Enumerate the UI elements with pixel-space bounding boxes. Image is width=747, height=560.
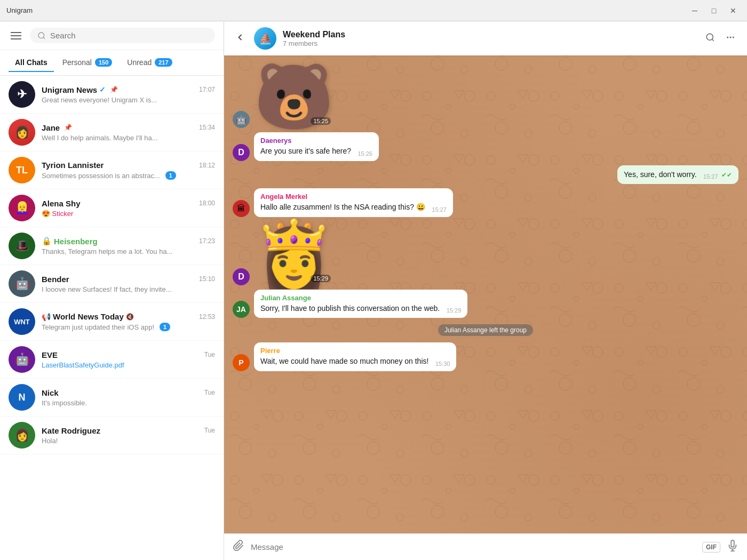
- svg-point-12: [733, 36, 734, 38]
- chat-name-label: World News Today: [53, 312, 124, 321]
- svg-point-0: [38, 33, 44, 38]
- svg-point-8: [706, 34, 713, 40]
- chat-item-heisenberg[interactable]: 🎩 🔒 Heisenberg 17:23 Thanks, Telegram he…: [0, 227, 224, 265]
- chat-name-label: Alena Shy: [42, 199, 81, 208]
- verified-icon: ✓: [99, 85, 106, 94]
- chat-item-jane[interactable]: 👩 Jane 📌 15:34 Well I do help animals. M…: [0, 114, 224, 151]
- chat-name-label: Tyrion Lannister: [42, 161, 104, 170]
- chat-avatar: ⛵: [254, 27, 276, 50]
- minimize-button[interactable]: ─: [687, 3, 702, 18]
- chat-item-alena[interactable]: 👱‍♀️ Alena Shy 18:00 😍 Sticker: [0, 189, 224, 227]
- chat-item-world-news[interactable]: WNT 📢 World News Today 🔇 12:53 Teleg: [0, 303, 224, 341]
- message-avatar: P: [233, 354, 250, 371]
- chat-name-label: Kate Rodriguez: [42, 426, 100, 435]
- message-text: Hallo alle zusammen! Is the NSA reading …: [260, 203, 425, 211]
- system-message-text: Julian Assange left the group: [438, 324, 533, 336]
- unread-badge: 1: [160, 323, 170, 331]
- gif-button[interactable]: GIF: [702, 542, 720, 553]
- search-input[interactable]: [50, 31, 208, 40]
- chat-item-kate[interactable]: 👩 Kate Rodriguez Tue Hola!: [0, 417, 224, 454]
- back-icon: [235, 32, 245, 43]
- lock-icon: 🔒: [42, 236, 52, 246]
- message-time: 15:29: [447, 307, 462, 314]
- message-time: 15:26: [357, 150, 372, 157]
- message-text: Yes, sure, don't worry.: [624, 170, 697, 179]
- message-row: P Pierre Wait, we could have made so muc…: [233, 342, 738, 371]
- tab-personal[interactable]: Personal 150: [56, 54, 119, 72]
- chat-name-label: Heisenberg: [54, 237, 98, 246]
- message-bubble-outgoing: Yes, sure, don't worry. 15:27 ✔✔: [617, 165, 738, 185]
- message-avatar: 🤖: [233, 111, 250, 128]
- sticker-message: 🐻 15:25: [254, 64, 334, 128]
- message-row-outgoing: Yes, sure, don't worry. 15:27 ✔✔: [233, 165, 738, 185]
- chat-name-label: Jane: [42, 123, 60, 132]
- message-row: D 👸 15:29: [233, 221, 738, 285]
- chat-item-unigram-news[interactable]: ✈ Unigram News ✓ 📌 17:07 Great news ever…: [0, 76, 224, 114]
- maximize-button[interactable]: □: [706, 3, 721, 18]
- message-text: Sorry, I'll have to publish this convers…: [260, 304, 440, 313]
- svg-point-10: [727, 36, 728, 38]
- message-row: 🏛 Angela Merkel Hallo alle zusammen! Is …: [233, 188, 738, 217]
- pin-icon: 📌: [110, 86, 118, 93]
- avatar: WNT: [9, 308, 35, 335]
- chat-area: ⛵ Weekend Plans 7 members: [224, 21, 747, 560]
- message-avatar: D: [233, 144, 250, 161]
- search-box[interactable]: [30, 28, 215, 43]
- sidebar-tabs: All Chats Personal 150 Unread 217: [0, 50, 224, 76]
- sidebar-header: [0, 21, 224, 50]
- search-chat-button[interactable]: [702, 29, 718, 48]
- system-message: Julian Assange left the group: [233, 322, 738, 338]
- svg-line-1: [43, 37, 45, 39]
- message-sender: Julian Assange: [260, 294, 461, 302]
- chat-name-label: Bender: [42, 275, 69, 284]
- search-icon: [705, 33, 715, 42]
- message-sender: Angela Merkel: [260, 193, 447, 201]
- svg-line-9: [712, 39, 713, 41]
- message-bubble: Julian Assange Sorry, I'll have to publi…: [254, 290, 467, 318]
- tab-unread[interactable]: Unread 217: [121, 54, 178, 72]
- avatar: 🎩: [9, 233, 35, 259]
- more-options-button[interactable]: [722, 29, 738, 48]
- chat-name: Weekend Plans: [283, 30, 696, 39]
- hamburger-menu-button[interactable]: [9, 30, 23, 42]
- message-time: 15:25: [311, 117, 331, 125]
- chat-header: ⛵ Weekend Plans 7 members: [224, 21, 747, 55]
- svg-point-11: [730, 36, 732, 38]
- tab-all-chats[interactable]: All Chats: [9, 54, 54, 72]
- chat-item-nick[interactable]: N Nick Tue It's impossible.: [0, 379, 224, 417]
- chat-name-label: EVE: [42, 350, 58, 359]
- titlebar-controls: ─ □ ✕: [687, 3, 741, 18]
- back-button[interactable]: [233, 30, 248, 47]
- message-input[interactable]: [251, 539, 696, 555]
- messages-area: 🤖 🐻 15:25 D Daenerys Are you sure it's s…: [224, 55, 747, 533]
- avatar: 👩: [9, 119, 35, 146]
- titlebar: Unigram ─ □ ✕: [0, 0, 747, 21]
- unread-badge: 1: [165, 171, 176, 180]
- personal-badge: 150: [95, 58, 112, 67]
- avatar: 🤖: [9, 270, 35, 297]
- muted-icon: 🔇: [126, 313, 134, 321]
- avatar: 👩: [9, 422, 35, 449]
- message-avatar: 🏛: [233, 200, 250, 217]
- message-row: 🤖 🐻 15:25: [233, 64, 738, 128]
- avatar: TL: [9, 157, 35, 183]
- message-bubble: Daenerys Are you sure it's safe here? 15…: [254, 132, 379, 161]
- microphone-button[interactable]: [727, 540, 738, 555]
- close-button[interactable]: ✕: [726, 3, 741, 18]
- chat-name-label: Nick: [42, 388, 59, 397]
- message-avatar: D: [233, 268, 250, 285]
- chat-name-label: Unigram News: [42, 85, 97, 94]
- search-icon: [37, 31, 46, 40]
- message-time: 15:30: [435, 361, 450, 367]
- chat-item-tyrion[interactable]: TL Tyrion Lannister 18:12 Sometimes poss…: [0, 151, 224, 189]
- chat-item-bender[interactable]: 🤖 Bender 15:10 I looove new Surfaces! If…: [0, 265, 224, 303]
- message-sender: Pierre: [260, 347, 450, 355]
- chat-icon: 📢: [42, 313, 51, 321]
- read-check-icon: ✔✔: [721, 171, 732, 179]
- avatar: 🤖: [9, 346, 35, 373]
- attach-button[interactable]: [233, 540, 244, 555]
- message-input-area: GIF: [224, 533, 747, 560]
- chat-item-eve[interactable]: 🤖 EVE Tue LaserBlastSafetyGuide.pdf: [0, 341, 224, 379]
- avatar: ✈: [9, 81, 35, 108]
- message-text: Are you sure it's safe here?: [260, 147, 351, 155]
